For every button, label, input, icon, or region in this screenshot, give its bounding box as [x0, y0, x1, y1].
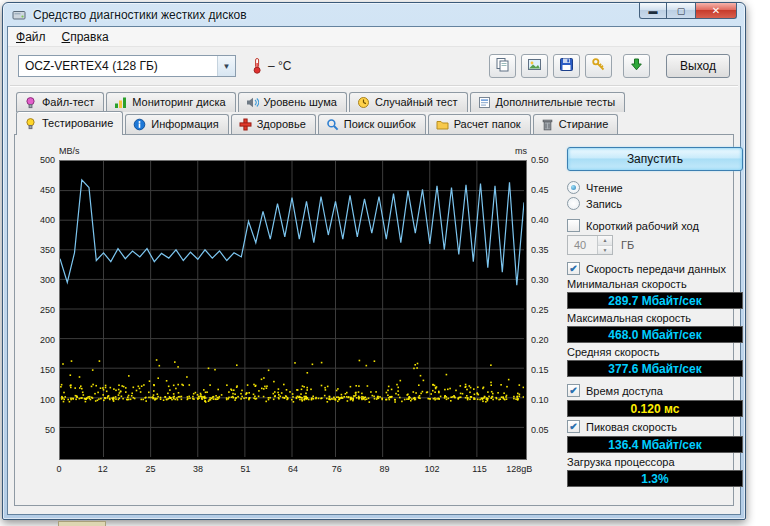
start-button-label: Запустить	[627, 152, 683, 166]
copy-text-button[interactable]	[489, 54, 516, 78]
spin-down-button[interactable]: ▼	[598, 246, 612, 255]
min-speed-label: Минимальная скорость	[567, 278, 743, 290]
y-left-tick-label: 500	[40, 155, 55, 165]
chevron-down-icon[interactable]: ▼	[217, 56, 235, 76]
y-left-tick-label: 400	[40, 215, 55, 225]
y-left-tick-label: 50	[45, 425, 55, 435]
menu-item-file[interactable]: Файл	[8, 28, 54, 46]
background-window-sliver	[58, 521, 106, 526]
write-radio[interactable]	[567, 197, 580, 210]
y-right-tick-label: 0.15	[531, 365, 549, 375]
x-tick-label: 76	[332, 464, 342, 474]
close-button[interactable]: ✕	[695, 3, 737, 19]
floppy-icon	[559, 57, 574, 76]
menu-item-help[interactable]: Справка	[54, 28, 117, 46]
access-time-checkbox[interactable]: ✔	[567, 384, 580, 397]
image-icon	[527, 57, 542, 76]
bulb-yellow-icon	[24, 117, 37, 130]
window-titlebar[interactable]: Средство диагностики жестких дисков ▬ ▢ …	[3, 3, 745, 26]
tab-label: Здоровье	[257, 118, 306, 131]
start-button[interactable]: Запустить	[567, 147, 743, 171]
max-speed-label: Максимальная скорость	[567, 312, 743, 324]
transfer-checkbox[interactable]: ✔	[567, 262, 580, 275]
tab-random-test[interactable]: Случайный тест	[349, 92, 468, 112]
drive-select[interactable]: OCZ-VERTEX4 (128 ГБ) ▼	[18, 55, 236, 77]
tab-label: Мониторинг диска	[132, 96, 225, 109]
toolbar: OCZ-VERTEX4 (128 ГБ) ▼ – °C	[8, 47, 740, 85]
y-right-tick-label: 0.10	[531, 395, 549, 405]
save-button[interactable]	[553, 54, 580, 78]
access-time-label: Время доступа	[586, 385, 663, 397]
read-radio-row[interactable]: Чтение	[567, 181, 743, 194]
burst-value: 136.4 Мбайт/сек	[567, 436, 743, 453]
y-left-tick-label: 300	[40, 275, 55, 285]
y-left-tick-label: 200	[40, 335, 55, 345]
tab-label: Поиск ошибок	[344, 118, 416, 131]
read-radio[interactable]	[567, 181, 580, 194]
short-stroke-checkbox[interactable]	[567, 219, 580, 232]
tab-info[interactable]: Информация	[125, 114, 228, 134]
x-axis: 012253851647689102115128gB	[59, 460, 527, 478]
download-arrow-icon	[629, 57, 644, 76]
tab-extra-tests[interactable]: Дополнительные тесты	[470, 92, 626, 112]
y-left-tick-label: 450	[40, 185, 55, 195]
tab-label: Стирание	[559, 118, 609, 131]
copy-icon	[495, 57, 510, 76]
min-speed-value: 289.7 Мбайт/сек	[567, 292, 743, 309]
exit-button[interactable]: Выход	[666, 54, 730, 78]
x-tick-label: 64	[288, 464, 298, 474]
y-right-unit-label: ms	[515, 146, 527, 159]
tab-noise-level[interactable]: Уровень шума	[238, 92, 347, 112]
y-left-tick-label: 250	[40, 305, 55, 315]
x-tick-label: 89	[379, 464, 389, 474]
update-button[interactable]	[623, 54, 650, 78]
cpu-usage-label: Загрузка процессора	[567, 456, 743, 468]
short-stroke-size-input[interactable]: 40 ▲ ▼	[567, 235, 613, 255]
maximize-button[interactable]: ▢	[667, 3, 695, 19]
y-right-tick-label: 0.25	[531, 305, 549, 315]
y-axis-left: 50045040035030025020015010050	[23, 160, 59, 460]
access-time-checkbox-row[interactable]: ✔ Время доступа	[567, 384, 743, 397]
write-radio-row[interactable]: Запись	[567, 197, 743, 210]
x-tick-label: 128gB	[506, 464, 532, 474]
y-left-tick-label: 150	[40, 365, 55, 375]
trash-icon	[541, 118, 554, 131]
minimize-button[interactable]: ▬	[639, 3, 667, 19]
y-right-tick-label: 0.20	[531, 335, 549, 345]
temperature-label: – °C	[268, 59, 291, 73]
burst-checkbox[interactable]: ✔	[567, 420, 580, 433]
avg-speed-value: 377.6 Мбайт/сек	[567, 360, 743, 377]
tab-error-scan[interactable]: Поиск ошибок	[318, 114, 426, 134]
burst-checkbox-row[interactable]: ✔ Пиковая скорость	[567, 420, 743, 433]
tab-folder-usage[interactable]: Расчет папок	[428, 114, 531, 134]
x-tick-label: 115	[472, 464, 486, 474]
read-radio-label: Чтение	[586, 182, 623, 194]
y-right-tick-label: 0.35	[531, 245, 549, 255]
short-stroke-label: Короткий рабочий ход	[586, 220, 699, 232]
tab-benchmark[interactable]: Тестирование	[16, 111, 123, 135]
benchmark-tab-pane: MB/s ms 50045040035030025020015010050 0.…	[14, 134, 734, 506]
short-stroke-row[interactable]: Короткий рабочий ход	[567, 219, 743, 232]
spin-up-button[interactable]: ▲	[598, 236, 612, 246]
transfer-checkbox-row[interactable]: ✔ Скорость передачи данных	[567, 262, 743, 275]
y-right-tick-label: 0.40	[531, 215, 549, 225]
chart-icon	[114, 96, 127, 109]
tab-file-test[interactable]: Файл-тест	[16, 92, 104, 112]
x-tick-label: 38	[193, 464, 203, 474]
y-left-tick-label: 350	[40, 245, 55, 255]
access-time-value: 0.120 мс	[567, 400, 743, 417]
tab-disk-monitor[interactable]: Мониторинг диска	[106, 92, 235, 112]
tab-health[interactable]: Здоровье	[231, 114, 316, 134]
transfer-checkbox-label: Скорость передачи данных	[586, 263, 726, 275]
speaker-icon	[246, 96, 259, 109]
menu-bar: Файл Справка	[8, 27, 740, 47]
tab-label: Файл-тест	[42, 96, 94, 109]
options-button[interactable]	[585, 54, 612, 78]
window-client-area: Файл Справка OCZ-VERTEX4 (128 ГБ) ▼ – °C	[7, 26, 741, 515]
folder-icon	[436, 118, 449, 131]
tab-erase[interactable]: Стирание	[533, 114, 619, 134]
copy-image-button[interactable]	[521, 54, 548, 78]
cpu-usage-value: 1.3%	[567, 470, 743, 487]
avg-speed-label: Средняя скорость	[567, 346, 743, 358]
tab-label: Дополнительные тесты	[496, 96, 616, 109]
